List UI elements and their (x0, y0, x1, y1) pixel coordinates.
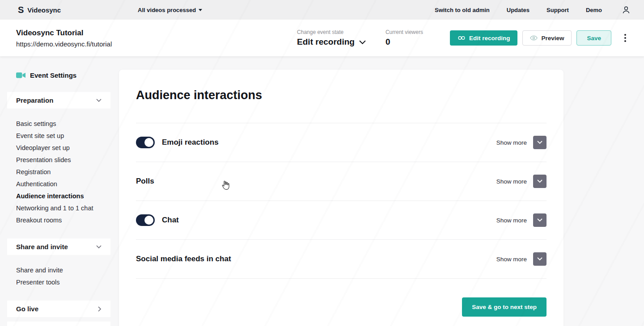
card-footer: Save & go to next step (136, 297, 547, 317)
feature-label: Polls (136, 177, 154, 186)
event-state-block: Change event state Edit recording (297, 29, 366, 47)
header-buttons: Edit recording Preview Save (450, 30, 628, 46)
sidebar-section-go-live[interactable]: Go live (7, 301, 110, 317)
show-more-label[interactable]: Show more (496, 178, 527, 185)
brand-logo[interactable]: S Videosync (18, 5, 61, 14)
feature-label: Social media feeds in chat (136, 255, 231, 263)
section-label: Share and invite (16, 243, 68, 251)
feature-label: Chat (162, 216, 179, 225)
feature-row-social-media-feeds: Social media feeds in chat Show more (136, 240, 547, 279)
videos-status-dropdown[interactable]: All videos processed (138, 7, 202, 13)
share-invite-items: Share and invite Presenter tools (7, 255, 110, 290)
event-url[interactable]: https://demo.videosync.fi/tutorial (16, 40, 112, 48)
feature-row-polls: Polls Show more (136, 162, 547, 201)
preview-label: Preview (541, 35, 564, 42)
sidebar-item-breakout-rooms[interactable]: Breakout rooms (16, 214, 110, 226)
current-viewers-label: Current viewers (386, 29, 423, 35)
sidebar-item-event-site-set-up[interactable]: Event site set up (16, 130, 110, 142)
expand-row-button[interactable] (533, 252, 547, 266)
sidebar-item-networking-1to1-chat[interactable]: Networking and 1 to 1 chat (16, 202, 110, 214)
event-state-value: Edit recording (297, 37, 355, 47)
chevron-right-icon (98, 306, 102, 312)
edit-recording-label: Edit recording (469, 35, 510, 42)
show-more-label[interactable]: Show more (496, 256, 527, 263)
sidebar-item-audience-interactions[interactable]: Audience interactions (16, 190, 110, 202)
more-options-kebab-icon[interactable] (623, 32, 628, 44)
videos-status-label: All videos processed (138, 7, 196, 13)
section-label: Preparation (16, 96, 53, 104)
feature-row-emoji-reactions: Emoji reactions Show more (136, 123, 547, 162)
chat-toggle[interactable] (136, 214, 155, 226)
videosync-logo-icon: S (18, 5, 24, 14)
feature-row-chat: Chat Show more (136, 201, 547, 240)
show-more-label[interactable]: Show more (496, 139, 527, 146)
section-label: Go live (16, 305, 38, 313)
page-title: Audience interactions (136, 88, 547, 102)
sidebar-item-basic-settings[interactable]: Basic settings (16, 117, 110, 130)
emoji-reactions-toggle[interactable] (136, 137, 155, 148)
event-header: Videosync Tutorial https://demo.videosyn… (0, 20, 644, 56)
chevron-down-icon (537, 141, 542, 144)
sidebar-item-registration[interactable]: Registration (16, 166, 110, 178)
sidebar-section-preparation[interactable]: Preparation (7, 92, 110, 109)
link-demo[interactable]: Demo (586, 7, 602, 13)
sidebar-section-edit[interactable]: Edit (7, 322, 110, 326)
chevron-down-icon (96, 99, 102, 102)
audience-interactions-panel: Audience interactions Emoji reactions Sh… (119, 70, 564, 326)
edit-recording-button[interactable]: Edit recording (450, 30, 518, 46)
video-camera-icon (16, 72, 25, 79)
event-title: Videosync Tutorial (16, 29, 112, 38)
current-viewers-count: 0 (386, 37, 423, 47)
link-support[interactable]: Support (547, 7, 569, 13)
user-account-icon[interactable] (622, 5, 631, 14)
current-viewers-block: Current viewers 0 (386, 29, 423, 47)
save-label: Save (587, 35, 601, 42)
record-icon (458, 36, 466, 40)
sidebar-item-presentation-slides[interactable]: Presentation slides (16, 154, 110, 166)
caret-down-icon (199, 9, 202, 11)
sidebar-section-share-and-invite[interactable]: Share and invite (7, 238, 110, 255)
event-state-label: Change event state (297, 29, 366, 35)
chevron-down-icon (359, 40, 366, 44)
sidebar-title-label: Event Settings (30, 71, 76, 79)
feature-label: Emoji reactions (162, 138, 219, 147)
event-info: Videosync Tutorial https://demo.videosyn… (16, 29, 112, 48)
top-bar: S Videosync All videos processed Switch … (0, 0, 644, 20)
eye-icon (530, 35, 538, 41)
chevron-down-icon (537, 257, 542, 261)
link-updates[interactable]: Updates (507, 7, 530, 13)
topbar-links: Switch to old admin Updates Support Demo (435, 5, 631, 14)
settings-sidebar: Event Settings Preparation Basic setting… (7, 70, 110, 326)
event-state-select[interactable]: Edit recording (297, 37, 366, 47)
chevron-down-icon (537, 180, 542, 183)
sidebar-item-presenter-tools[interactable]: Presenter tools (16, 276, 110, 288)
save-and-next-step-button[interactable]: Save & go to next step (462, 297, 547, 317)
chevron-down-icon (537, 218, 542, 222)
save-button[interactable]: Save (576, 30, 611, 46)
brand-name: Videosync (27, 6, 61, 14)
chevron-down-icon (96, 245, 102, 249)
link-switch-to-old-admin[interactable]: Switch to old admin (435, 7, 490, 13)
expand-row-button[interactable] (533, 175, 547, 188)
expand-row-button[interactable] (533, 213, 547, 227)
expand-row-button[interactable] (533, 136, 547, 149)
sidebar-title: Event Settings (7, 70, 110, 80)
sidebar-item-authentication[interactable]: Authentication (16, 178, 110, 190)
sidebar-item-videoplayer-set-up[interactable]: Videoplayer set up (16, 142, 110, 154)
preparation-items: Basic settings Event site set up Videopl… (7, 109, 110, 228)
show-more-label[interactable]: Show more (496, 217, 527, 224)
sidebar-item-share-and-invite[interactable]: Share and invite (16, 264, 110, 276)
preview-button[interactable]: Preview (522, 30, 572, 46)
